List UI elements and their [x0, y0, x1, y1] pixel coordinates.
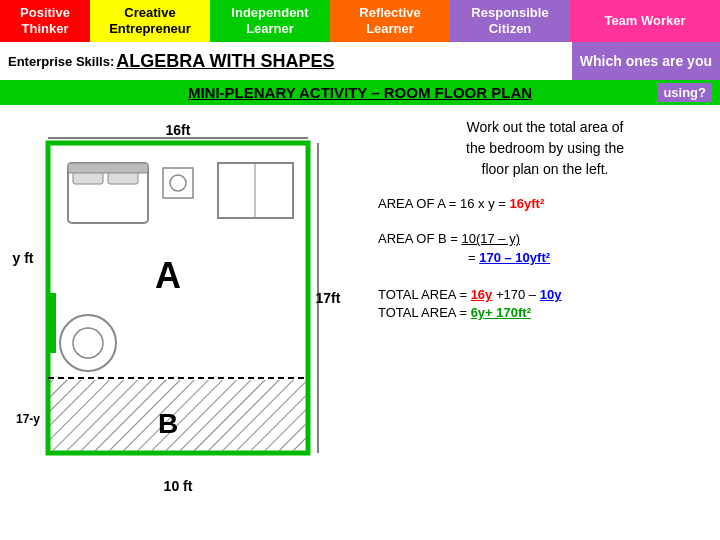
- tab-independent-learner[interactable]: Independent Learner: [210, 0, 330, 42]
- right-dim-label: 17ft: [316, 290, 341, 306]
- plenary-row: MINI-PLENARY ACTIVITY – ROOM FLOOR PLAN …: [0, 80, 720, 105]
- algebra-title: ALGEBRA WITH SHAPES: [114, 51, 334, 72]
- area-b-result: 170 – 10yft²: [479, 250, 550, 265]
- area-a-formula-text: 16 x y =: [460, 196, 506, 211]
- total-area-plus: +170 –: [496, 287, 540, 302]
- area-b-label-text: AREA OF B =: [378, 231, 458, 246]
- tab-reflective-learner[interactable]: Reflective Learner: [330, 0, 450, 42]
- svg-rect-7: [68, 163, 148, 173]
- tab-positive-thinker[interactable]: Positive Thinker: [0, 0, 90, 42]
- enterprise-label: Enterprise Skills:: [0, 54, 114, 69]
- area-a-label: A: [155, 255, 181, 296]
- area-a-label-text: AREA OF A =: [378, 196, 456, 211]
- using-badge: using?: [657, 83, 712, 102]
- total-area-formula1: 16y: [471, 287, 493, 302]
- area-a-result: 16yft²: [510, 196, 545, 211]
- tab-responsible-citizen[interactable]: Responsible Citizen: [450, 0, 570, 42]
- area-a-formula: AREA OF A = 16 x y = 16yft²: [378, 196, 712, 215]
- tab-creative-entrepreneur[interactable]: Creative Entrepreneur: [90, 0, 210, 42]
- subtitle-row: Enterprise Skills: ALGEBRA WITH SHAPES W…: [0, 42, 720, 80]
- header-tabs: Positive Thinker Creative Entrepreneur I…: [0, 0, 720, 42]
- floor-plan-container: 16ft 17ft y ft 10 ft: [8, 113, 368, 527]
- total-area-formula2: 6y+ 170ft²: [471, 305, 531, 320]
- area-b-formula: AREA OF B = 10(17 – y) = 170 – 10yft²: [378, 231, 712, 269]
- area-b-formula-text: 10(17 – y): [461, 231, 520, 246]
- floor-plan-svg: 16ft 17ft y ft 10 ft: [8, 113, 368, 503]
- area-b-label: B: [158, 408, 178, 439]
- which-ones-badge: Which ones are you: [572, 42, 720, 80]
- right-panel: Work out the total area ofthe bedroom by…: [378, 113, 712, 527]
- label-17y: 17-y: [16, 412, 40, 426]
- work-out-text: Work out the total area ofthe bedroom by…: [378, 117, 712, 180]
- total-area-label1: TOTAL AREA =: [378, 287, 467, 302]
- total-area-minus10y: 10y: [540, 287, 562, 302]
- top-dim-label: 16ft: [166, 122, 191, 138]
- plenary-label: MINI-PLENARY ACTIVITY – ROOM FLOOR PLAN: [188, 84, 532, 101]
- svg-rect-3: [48, 293, 56, 353]
- tab-team-worker[interactable]: Team Worker: [570, 0, 720, 42]
- main-content: 16ft 17ft y ft 10 ft: [0, 105, 720, 535]
- total-area-label2: TOTAL AREA =: [378, 305, 467, 320]
- total-area: TOTAL AREA = 16y +170 – 10y TOTAL AREA =…: [378, 287, 712, 323]
- bottom-dim-label: 10 ft: [164, 478, 193, 494]
- area-b-equals: =: [468, 250, 479, 265]
- left-dim-label: y ft: [13, 250, 34, 266]
